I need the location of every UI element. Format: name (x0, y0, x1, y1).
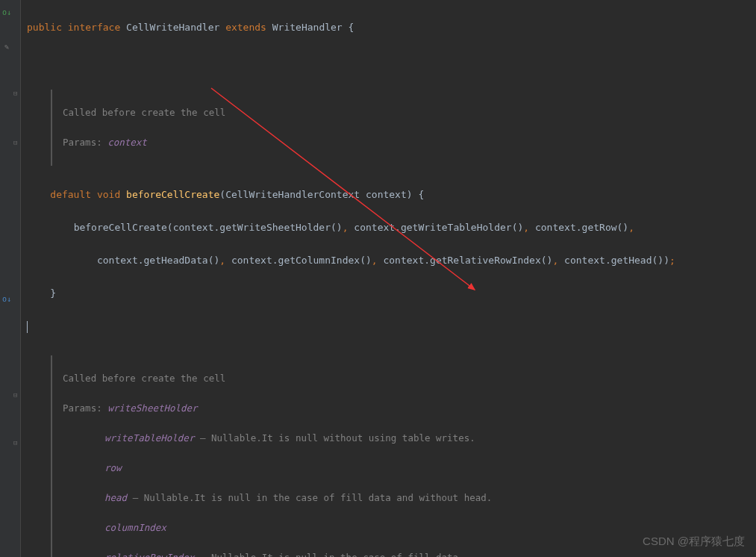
code-editor[interactable]: o↓ ✎ ⊟ ⊟ o↓ ⊟ ⊟ public interface CellWri… (0, 0, 756, 557)
doc-summary: Called before create the cell (63, 106, 756, 119)
javadoc-block: Called before create the cell Params: co… (51, 90, 756, 166)
gutter: o↓ ✎ ⊟ ⊟ o↓ ⊟ ⊟ (0, 0, 21, 557)
code-line: public interface CellWriteHandler extend… (27, 19, 756, 36)
code-content[interactable]: public interface CellWriteHandler extend… (21, 0, 756, 557)
code-line: } (27, 285, 756, 302)
code-line (27, 318, 756, 334)
edit-icon[interactable]: ✎ (4, 39, 13, 48)
implement-icon[interactable]: o↓ (2, 4, 11, 13)
override-icon[interactable]: o↓ (2, 291, 11, 300)
javadoc-block: Called before create the cell Params: wr… (51, 355, 756, 557)
doc-summary: Called before create the cell (63, 372, 756, 385)
code-line: default void beforeCellCreate(CellWriteH… (27, 187, 756, 203)
text-cursor (27, 321, 28, 333)
code-line: context.getHeadData(), context.getColumn… (27, 252, 756, 269)
watermark: CSDN @程序猿七度 (643, 533, 745, 550)
code-line: beforeCellCreate(context.getWriteSheetHo… (27, 220, 756, 236)
